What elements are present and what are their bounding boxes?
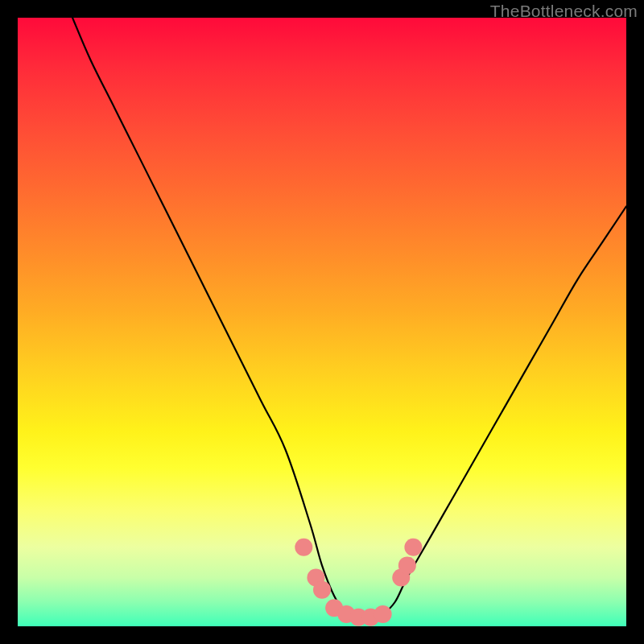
marker-dot: [374, 605, 392, 623]
bottleneck-curve: [72, 18, 626, 621]
marker-dot: [349, 609, 367, 626]
marker-dot: [295, 539, 312, 556]
chart-frame: TheBottleneck.com: [0, 0, 644, 644]
marker-dot: [398, 556, 416, 574]
curve-svg: [18, 18, 626, 626]
marker-dot: [392, 569, 410, 587]
marker-dot: [325, 599, 343, 617]
marker-dot: [313, 581, 331, 599]
marker-dot: [337, 605, 355, 623]
marker-dot: [404, 539, 422, 556]
marker-dot: [307, 569, 324, 587]
marker-group: [295, 539, 422, 626]
marker-dot: [361, 609, 379, 626]
plot-area: [18, 18, 626, 626]
